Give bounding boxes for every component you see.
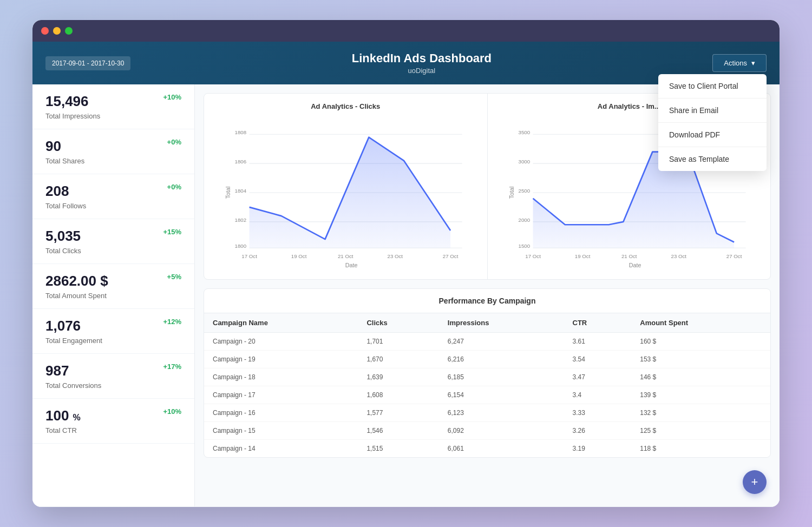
maximize-dot[interactable] bbox=[65, 27, 73, 35]
stat-change-amount: +5% bbox=[167, 273, 181, 281]
svg-text:2000: 2000 bbox=[518, 217, 530, 223]
dropdown-save-template[interactable]: Save as Template bbox=[658, 147, 767, 171]
stat-value-conversions: 987 bbox=[45, 363, 69, 379]
table-cell: 3.61 bbox=[564, 333, 632, 351]
table-cell: Campaign - 16 bbox=[204, 404, 358, 422]
table-cell: 6,092 bbox=[439, 422, 564, 440]
table-cell: 132 $ bbox=[631, 404, 770, 422]
title-bar bbox=[32, 20, 780, 42]
dropdown-download-pdf[interactable]: Download PDF bbox=[658, 123, 767, 147]
svg-text:Total: Total bbox=[508, 187, 515, 199]
stat-conversions: 987 +17% Total Conversions bbox=[32, 354, 194, 399]
stat-label-conversions: Total Conversions bbox=[45, 381, 181, 390]
app-window: 2017-09-01 - 2017-10-30 LinkedIn Ads Das… bbox=[32, 20, 780, 507]
stat-label-follows: Total Follows bbox=[45, 202, 181, 210]
svg-text:19 Oct: 19 Oct bbox=[291, 253, 307, 259]
table-cell: 1,639 bbox=[358, 368, 438, 386]
table-header-row: Campaign Name Clicks Impressions CTR Amo… bbox=[204, 313, 770, 333]
table-cell: 1,546 bbox=[358, 422, 438, 440]
dashboard-subtitle: uoDigital bbox=[352, 67, 492, 75]
table-cell: 1,670 bbox=[358, 351, 438, 368]
svg-text:27 Oct: 27 Oct bbox=[726, 253, 742, 259]
table-row: Campaign - 181,6396,1853.47146 $ bbox=[204, 368, 770, 386]
svg-text:17 Oct: 17 Oct bbox=[241, 253, 257, 259]
svg-text:21 Oct: 21 Oct bbox=[621, 253, 637, 259]
svg-text:19 Oct: 19 Oct bbox=[574, 253, 590, 259]
stat-value-shares: 90 bbox=[45, 138, 61, 155]
table-cell: Campaign - 17 bbox=[204, 386, 358, 404]
table-cell: Campaign - 20 bbox=[204, 333, 358, 351]
svg-text:3500: 3500 bbox=[518, 129, 530, 135]
table-cell: 3.19 bbox=[564, 440, 632, 458]
stat-value-clicks: 5,035 bbox=[45, 228, 81, 245]
stat-label-engagement: Total Engagement bbox=[45, 337, 181, 345]
svg-text:1800: 1800 bbox=[235, 243, 247, 249]
stat-change-impressions: +10% bbox=[163, 93, 181, 101]
stat-value-engagement: 1,076 bbox=[45, 318, 81, 334]
table-cell: 153 $ bbox=[631, 351, 770, 368]
table-cell: Campaign - 14 bbox=[204, 440, 358, 458]
stat-change-ctr: +10% bbox=[163, 407, 181, 416]
dropdown-share-email[interactable]: Share in Email bbox=[658, 98, 767, 123]
stat-label-shares: Total Shares bbox=[45, 157, 181, 165]
table-cell: Campaign - 18 bbox=[204, 368, 358, 386]
svg-text:1806: 1806 bbox=[235, 159, 247, 164]
fab-button[interactable]: + bbox=[743, 470, 767, 494]
stat-value-impressions: 15,496 bbox=[45, 93, 89, 110]
stat-change-follows: +0% bbox=[167, 183, 181, 191]
stat-clicks: 5,035 +15% Total Clicks bbox=[32, 219, 194, 264]
table-cell: 160 $ bbox=[631, 333, 770, 351]
dashboard-header: 2017-09-01 - 2017-10-30 LinkedIn Ads Das… bbox=[32, 42, 780, 84]
svg-text:27 Oct: 27 Oct bbox=[443, 253, 459, 259]
svg-text:Total: Total bbox=[225, 187, 231, 199]
table-cell: 3.26 bbox=[564, 422, 632, 440]
stat-shares: 90 +0% Total Shares bbox=[32, 129, 194, 174]
stat-change-engagement: +12% bbox=[163, 318, 181, 326]
stat-label-impressions: Total Impressions bbox=[45, 112, 181, 120]
stat-value-follows: 208 bbox=[45, 183, 69, 200]
stat-impressions: 15,496 +10% Total Impressions bbox=[32, 84, 194, 129]
stat-label-clicks: Total Clicks bbox=[45, 247, 181, 255]
chevron-down-icon: ▾ bbox=[751, 59, 755, 67]
table-cell: 1,577 bbox=[358, 404, 438, 422]
dropdown-save-portal[interactable]: Save to Client Portal bbox=[658, 74, 767, 98]
actions-button[interactable]: Actions ▾ bbox=[712, 54, 767, 72]
performance-table-section: Performance By Campaign Campaign Name Cl… bbox=[204, 288, 771, 458]
svg-text:3000: 3000 bbox=[518, 159, 530, 164]
stat-amount-spent: 2862.00 $ +5% Total Amount Spent bbox=[32, 264, 194, 309]
clicks-chart-box: Ad Analytics - Clicks Total 1808 1806 18… bbox=[204, 94, 488, 279]
col-clicks: Clicks bbox=[358, 313, 438, 333]
table-cell: 3.33 bbox=[564, 404, 632, 422]
stat-ctr: 100 % +10% Total CTR bbox=[32, 399, 194, 444]
table-cell: 1,701 bbox=[358, 333, 438, 351]
table-cell: 6,154 bbox=[439, 386, 564, 404]
table-cell: Campaign - 15 bbox=[204, 422, 358, 440]
table-row: Campaign - 151,5466,0923.26125 $ bbox=[204, 422, 770, 440]
stat-change-clicks: +15% bbox=[163, 228, 181, 236]
svg-text:1500: 1500 bbox=[518, 243, 530, 249]
svg-text:17 Oct: 17 Oct bbox=[525, 253, 541, 259]
col-ctr: CTR bbox=[564, 313, 632, 333]
close-dot[interactable] bbox=[41, 27, 49, 35]
table-row: Campaign - 161,5776,1233.33132 $ bbox=[204, 404, 770, 422]
date-range: 2017-09-01 - 2017-10-30 bbox=[45, 56, 130, 70]
table-cell: 3.54 bbox=[564, 351, 632, 368]
svg-text:1804: 1804 bbox=[235, 188, 247, 194]
stat-change-shares: +0% bbox=[167, 138, 181, 146]
svg-text:21 Oct: 21 Oct bbox=[338, 253, 353, 259]
stat-label-amount: Total Amount Spent bbox=[45, 292, 181, 300]
table-row: Campaign - 171,6086,1543.4139 $ bbox=[204, 386, 770, 404]
clicks-chart-svg: Total 1808 1806 1804 1802 1800 bbox=[213, 117, 479, 268]
table-cell: 146 $ bbox=[631, 368, 770, 386]
col-campaign-name: Campaign Name bbox=[204, 313, 358, 333]
actions-label: Actions bbox=[724, 59, 747, 67]
clicks-chart-title: Ad Analytics - Clicks bbox=[213, 102, 479, 110]
performance-table: Campaign Name Clicks Impressions CTR Amo… bbox=[204, 313, 770, 457]
header-center: LinkedIn Ads Dashboard uoDigital bbox=[352, 51, 492, 75]
minimize-dot[interactable] bbox=[53, 27, 61, 35]
svg-text:1808: 1808 bbox=[235, 129, 247, 135]
stat-change-conversions: +17% bbox=[163, 363, 181, 371]
table-cell: Campaign - 19 bbox=[204, 351, 358, 368]
svg-text:23 Oct: 23 Oct bbox=[388, 253, 403, 259]
stats-panel: 15,496 +10% Total Impressions 90 +0% Tot… bbox=[32, 84, 195, 506]
